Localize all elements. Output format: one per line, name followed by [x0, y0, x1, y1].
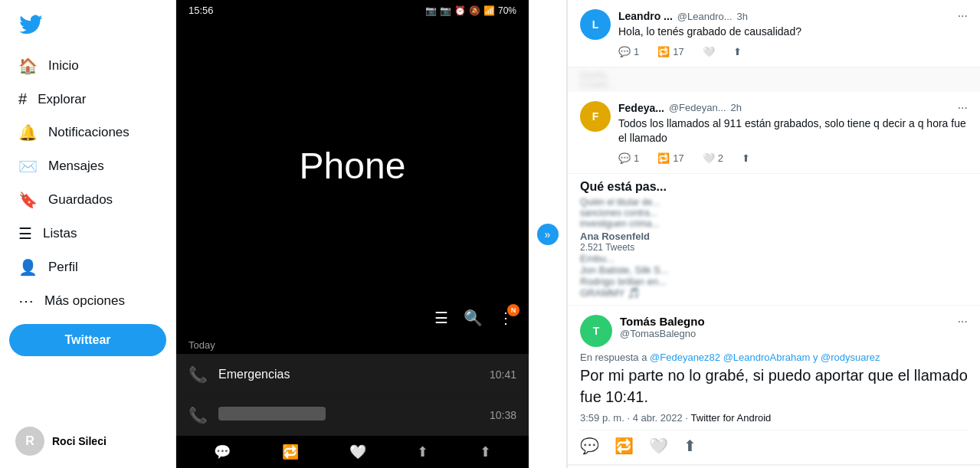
call-name-blurred: [218, 407, 326, 421]
phone-status-bar: 15:56 📷 📷 ⏰ 🔕 📶 70%: [176, 0, 529, 21]
fedeya-share-action[interactable]: ⬆: [742, 152, 750, 164]
leandro-more-button[interactable]: ···: [958, 9, 968, 23]
call-item-blurred[interactable]: 📞 10:38: [176, 394, 529, 435]
call-time-blurred: 10:38: [490, 409, 516, 421]
sidebar-item-explorar[interactable]: # Explorar: [9, 83, 166, 116]
leandro-retweet-action[interactable]: 🔁 17: [657, 46, 683, 57]
sidebar-label-listas: Listas: [43, 226, 77, 241]
sidebar-item-notificaciones[interactable]: 🔔 Notificaciones: [9, 116, 166, 149]
right-panel: L Leandro ... @Leandro... 3h ··· Hola, l…: [567, 0, 980, 468]
sidebar-label-guardados: Guardados: [48, 192, 113, 208]
wh-main-1: sanciones contra...: [580, 208, 968, 218]
reply-leandro: L Leandro ... @Leandro... 3h ··· Hola, l…: [568, 0, 980, 67]
main-comment-action[interactable]: 💬: [580, 437, 599, 455]
blurred-line-1: Diseña...: [580, 70, 968, 80]
more-icon: ⋯: [18, 292, 34, 310]
blurred-line-2: Creado...: [580, 80, 968, 89]
comment-action-icon[interactable]: 💬: [214, 443, 231, 460]
phone-more-icon[interactable]: ⋮ N: [498, 309, 513, 327]
leandro-reply-content: Leandro ... @Leandro... 3h ··· Hola, lo …: [618, 9, 968, 57]
tweet-button[interactable]: Twittear: [9, 324, 166, 356]
fedeya-like-action[interactable]: 🤍 2: [703, 152, 723, 164]
leandro-reply-actions: 💬 1 🔁 17 🤍 ⬆: [618, 46, 968, 57]
sidebar-label-mensajes: Mensajes: [48, 159, 104, 174]
sidebar-label-inicio: Inicio: [48, 58, 79, 74]
camera2-icon: 📷: [440, 5, 451, 16]
main-share-action[interactable]: ⬆: [683, 437, 696, 455]
sidebar-label-explorar: Explorar: [38, 92, 86, 107]
wh-item-jon: Jon Batiste, Silk S...: [580, 264, 968, 276]
calls-section-label: Today: [176, 333, 529, 354]
fedeya-avatar: F: [580, 101, 611, 132]
whats-happening-title: Qué está pas...: [580, 180, 968, 194]
main-tweet-section: T Tomás Balegno @TomasBalegno ··· En res…: [568, 306, 980, 465]
call-received-icon: 📞: [188, 365, 208, 384]
bookmark-icon: 🔖: [18, 191, 38, 209]
wh-person-name: Ana Rosenfeld: [580, 231, 650, 242]
fedeya-reply-header: Fedeya... @Fedeyan... 2h ···: [618, 101, 968, 115]
leandro-share-action[interactable]: ⬆: [733, 46, 742, 57]
twitter-logo: [9, 6, 166, 46]
main-like-action[interactable]: 🤍: [649, 437, 668, 455]
fedeya-retweet-action[interactable]: 🔁 17: [657, 152, 683, 164]
username-label: Roci Sileci: [52, 435, 107, 447]
retweet-action-icon[interactable]: 🔁: [282, 443, 299, 460]
like-action-icon[interactable]: 🤍: [349, 443, 366, 460]
signal-icon: 📶: [483, 5, 495, 16]
phone-toolbar: ☰ 🔍 ⋮ N: [176, 303, 529, 333]
call-item-emergencias[interactable]: 📞 Emergencias 10:41: [176, 354, 529, 394]
wh-item-rodrigo: Rodrigo brillan en...: [580, 276, 968, 287]
fedeya-handle: @Fedeyan...: [669, 102, 726, 113]
home-icon: 🏠: [18, 57, 38, 75]
wh-main-2: investiguen crima...: [580, 218, 968, 229]
sidebar-label-notificaciones: Notificaciones: [48, 125, 129, 140]
phone-search-icon[interactable]: 🔍: [464, 309, 483, 327]
sidebar-item-perfil[interactable]: 👤 Perfil: [9, 250, 166, 284]
mute-icon: 🔕: [469, 5, 480, 16]
sidebar-label-perfil: Perfil: [48, 260, 78, 275]
leandro-reply-header: Leandro ... @Leandro... 3h ···: [618, 9, 968, 23]
fedeya-reply-actions: 💬 1 🔁 17 🤍 2 ⬆: [618, 152, 968, 164]
sidebar-item-guardados[interactable]: 🔖 Guardados: [9, 183, 166, 217]
fedeya-time: 2h: [731, 102, 742, 113]
expand-thread-button[interactable]: »: [537, 224, 559, 245]
list-icon: ☰: [18, 224, 32, 243]
leandro-reply-text: Hola, lo tenés grabado de causalidad?: [618, 25, 968, 40]
person-icon: 👤: [18, 258, 38, 277]
share-action-icon[interactable]: ⬆: [417, 443, 428, 460]
reply-to-users[interactable]: @Fedeyanez82 @LeandroAbraham y @rodysuar…: [650, 352, 880, 363]
sidebar: 🏠 Inicio # Explorar 🔔 Notificaciones ✉️ …: [0, 0, 176, 468]
phone-time: 15:56: [188, 5, 214, 16]
explore-icon: #: [18, 90, 27, 108]
phone-app-title: Phone: [176, 21, 529, 303]
call-time-emergencias: 10:41: [490, 368, 516, 381]
call-info-blurred: [218, 407, 479, 424]
leandro-comment-action[interactable]: 💬 1: [618, 46, 639, 57]
leandro-avatar: L: [580, 9, 611, 40]
sidebar-user[interactable]: R Roci Sileci: [9, 421, 166, 462]
fedeya-reply-content: Fedeya... @Fedeyan... 2h ··· Todos los l…: [618, 101, 968, 164]
main-tweet-header-row: T Tomás Balegno @TomasBalegno ···: [580, 315, 968, 347]
filter-list-icon[interactable]: ☰: [434, 309, 448, 327]
reply-to-label: En respuesta a @Fedeyanez82 @LeandroAbra…: [580, 352, 968, 363]
sidebar-item-inicio[interactable]: 🏠 Inicio: [9, 49, 166, 83]
sidebar-item-mas[interactable]: ⋯ Más opciones: [9, 284, 166, 318]
main-retweet-action[interactable]: 🔁: [615, 437, 634, 455]
sidebar-item-listas[interactable]: ☰ Listas: [9, 217, 166, 250]
leandro-time: 3h: [737, 11, 748, 22]
compose-area: Twittea tu ▾ Responder: [568, 465, 980, 468]
wh-item-embu: Embu...: [580, 253, 968, 264]
fedeya-name: Fedeya...: [618, 102, 664, 114]
replies-area: L Leandro ... @Leandro... 3h ··· Hola, l…: [567, 0, 980, 468]
upload-action-icon[interactable]: ⬆: [480, 443, 491, 460]
wh-item-grammy: GRAMMY 🎵: [580, 287, 968, 299]
fedeya-more-button[interactable]: ···: [958, 101, 968, 115]
tomas-avatar: T: [580, 315, 612, 347]
sidebar-item-mensajes[interactable]: ✉️ Mensajes: [9, 149, 166, 183]
mail-icon: ✉️: [18, 157, 38, 175]
main-tweet-more-button[interactable]: ···: [958, 315, 968, 329]
fedeya-comment-action[interactable]: 💬 1: [618, 152, 639, 164]
camera-icon: 📷: [425, 5, 437, 16]
leandro-like-action[interactable]: 🤍: [703, 46, 715, 57]
wh-blurred-items: Embu... Jon Batiste, Silk S... Rodrigo b…: [580, 253, 968, 299]
